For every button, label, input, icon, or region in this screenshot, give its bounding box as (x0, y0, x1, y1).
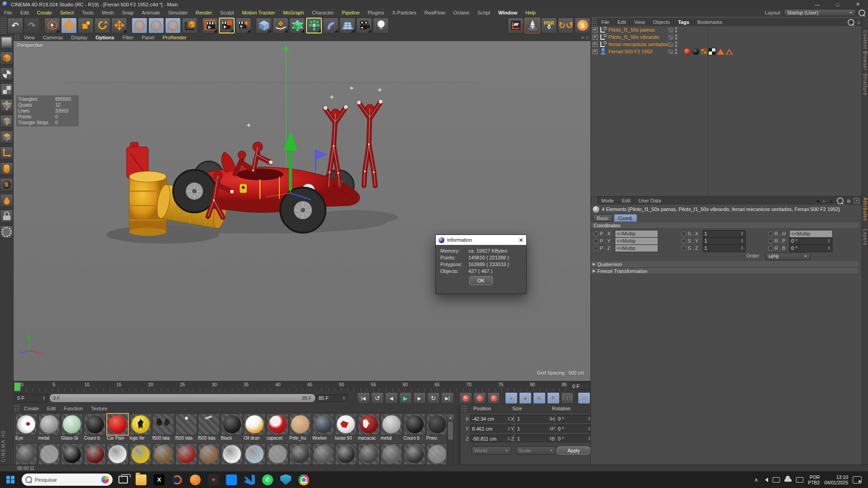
clock[interactable]: 13:10 04/01/2025 (824, 474, 848, 485)
tool-mouse-tool[interactable] (0, 162, 13, 175)
view-label[interactable]: Perspective (17, 42, 43, 48)
viewport-menu-options[interactable]: Options (91, 35, 118, 40)
keyframe-ring-icon[interactable] (594, 246, 599, 251)
tool-points-mode[interactable] (0, 99, 13, 112)
keyframe-bars-button[interactable]: ☰ (578, 392, 590, 404)
material-item[interactable] (312, 443, 334, 465)
om-menu-file[interactable]: File (597, 19, 613, 25)
menu-octane[interactable]: Octane (449, 10, 473, 15)
live-selection-button[interactable] (44, 18, 60, 33)
keyframe-ring-icon[interactable] (594, 231, 599, 236)
section-quaternion[interactable]: ▶Quaternion (591, 261, 859, 267)
undo-button[interactable]: ↶ (7, 18, 23, 33)
material-item[interactable]: macacac (358, 413, 380, 441)
material-item[interactable] (175, 443, 197, 465)
om-menu-bookmarks[interactable]: Bookmarks (693, 19, 726, 25)
volume-icon[interactable] (763, 478, 768, 482)
material-item[interactable] (244, 443, 265, 465)
modeling-objects-button[interactable] (323, 18, 339, 33)
add-cube-button[interactable] (256, 18, 272, 33)
side-tab-attributes[interactable]: Attributes (863, 197, 868, 221)
material-item[interactable] (289, 443, 311, 465)
side-tab-structure[interactable]: Structure (863, 73, 868, 96)
size-y-field[interactable]: 1▲▼ (515, 425, 554, 432)
rotation-p-field[interactable]: 0 °▲▼ (556, 425, 593, 432)
blue-app-icon[interactable] (224, 472, 239, 488)
menu-mograph[interactable]: MoGraph (279, 10, 308, 15)
material-item[interactable]: Glass-Si (61, 413, 83, 441)
material-thumbnail[interactable] (152, 443, 174, 465)
chrome-icon[interactable] (296, 472, 311, 488)
material-thumbnail[interactable] (130, 413, 151, 435)
goto-start-button[interactable]: |◀ (357, 392, 370, 404)
keyframe-ring-icon[interactable] (594, 239, 599, 244)
material-thumbnail[interactable] (175, 413, 197, 435)
light-button[interactable] (373, 18, 389, 33)
om-menu-objects[interactable]: Objects (649, 19, 674, 25)
material-item[interactable]: Black (221, 413, 243, 441)
layout-dropdown[interactable]: Startup (User)▼ (784, 9, 856, 16)
material-thumbnail[interactable] (426, 443, 448, 465)
size-z-field[interactable]: 1▲▼ (515, 435, 554, 442)
object-name[interactable]: Ferrari 500 F2 1952 (609, 49, 668, 54)
next-frame-button[interactable]: ▶ (413, 392, 426, 404)
viewport-menu-panel[interactable]: Panel (137, 35, 158, 40)
material-item[interactable] (107, 443, 128, 465)
object-row[interactable]: Ferrari 500 F2 1952 (591, 48, 862, 55)
search-icon[interactable] (859, 9, 865, 16)
menu-simulate[interactable]: Simulate (164, 10, 192, 15)
material-thumbnail[interactable] (358, 413, 380, 435)
attr-menu-mode[interactable]: Mode (597, 198, 618, 203)
expand-icon[interactable] (593, 49, 598, 54)
floor-environment-button[interactable] (340, 18, 355, 33)
attr-field[interactable]: 0 °▲▼ (789, 237, 833, 245)
menu-file[interactable]: File (0, 10, 16, 15)
tool-paint-tool[interactable] (0, 194, 13, 207)
attr-field[interactable]: 0 °▲▼ (789, 244, 833, 252)
material-thumbnail[interactable] (244, 443, 265, 465)
viewport-menu-handle[interactable] (14, 34, 20, 41)
material-thumbnail[interactable] (335, 413, 357, 435)
rotation-b-field[interactable]: 0 °▲▼ (556, 435, 593, 442)
viewport-3d[interactable]: Perspective Triangles895580Quads12Lines3… (14, 41, 590, 381)
om-menu-edit[interactable]: Edit (613, 19, 630, 25)
material-thumbnail[interactable] (426, 413, 448, 435)
material-item[interactable] (404, 443, 425, 465)
viewport-pan-icon[interactable]: + (581, 35, 584, 40)
viewport-menu-prorender[interactable]: ProRender (159, 35, 191, 40)
onedrive-icon[interactable] (784, 478, 792, 482)
om-menu-tags[interactable]: Tags (674, 19, 693, 25)
vscode-icon[interactable] (242, 472, 257, 488)
order-dropdown[interactable]: HPB▼ (765, 253, 811, 260)
layer-toggle-icon[interactable] (668, 49, 673, 54)
material-item[interactable] (221, 443, 243, 465)
tool-s-plugin[interactable]: S (0, 178, 13, 191)
material-thumbnail[interactable] (381, 413, 402, 435)
material-menu-edit[interactable]: Edit (43, 406, 60, 411)
layer-toggle-icon[interactable] (668, 42, 673, 47)
menu-window[interactable]: Window (494, 10, 521, 15)
material-item[interactable]: Couro b (404, 413, 425, 441)
taskbar-search[interactable]: Pesquisar (22, 474, 113, 486)
material-item[interactable] (15, 443, 37, 465)
attr-up-icon[interactable]: ▲ (829, 198, 834, 203)
material-item[interactable]: luvas 50 (335, 413, 357, 441)
material-thumbnail[interactable] (404, 413, 425, 435)
menu-create[interactable]: Create (33, 10, 56, 15)
attr-lock-icon[interactable]: ◎ (847, 198, 851, 203)
material-thumbnail[interactable] (15, 443, 37, 465)
menu-sculpt[interactable]: Sculpt (216, 10, 238, 15)
maximize-button[interactable]: □ (827, 0, 848, 9)
material-item[interactable] (267, 443, 288, 465)
object-name[interactable]: Piloto_f1_50s vibrando (609, 34, 668, 40)
material-thumbnail[interactable] (221, 413, 243, 435)
language-indicator[interactable]: POR PTB2 (808, 474, 820, 485)
material-item[interactable] (38, 443, 60, 465)
attribute-menu-handle[interactable] (591, 197, 597, 205)
material-item[interactable]: metal (381, 413, 402, 441)
tool-uv-mode[interactable] (0, 83, 13, 96)
material-red-tag-icon[interactable] (684, 48, 691, 55)
attr-field[interactable]: 1▲▼ (703, 230, 746, 238)
material-thumbnail[interactable] (312, 413, 334, 435)
scale-tool-button[interactable] (78, 18, 94, 33)
